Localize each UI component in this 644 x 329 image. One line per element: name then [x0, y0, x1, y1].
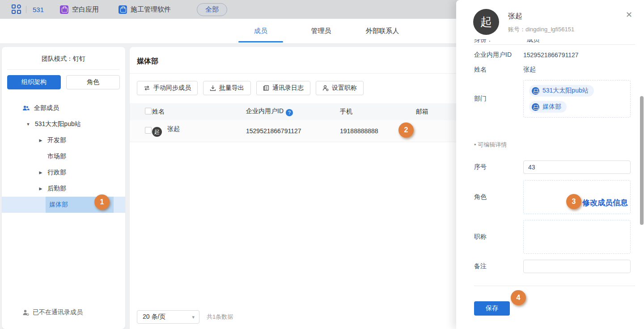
- tab-members[interactable]: 成员: [238, 19, 283, 43]
- step-badge-1: 1: [94, 194, 110, 210]
- tree-item-label: 531大太阳pub站: [35, 120, 81, 128]
- total-count-label: 共1条数据: [207, 313, 233, 321]
- tree-item-org-root[interactable]: ▼ 531大太阳pub站: [2, 116, 125, 132]
- field-value: 1529521866791127: [523, 51, 579, 59]
- save-button[interactable]: 保存: [474, 301, 510, 316]
- remark-input[interactable]: [523, 260, 631, 273]
- detail-header: 起 张起 账号：dingding_lgfi56151 ✕: [456, 0, 644, 39]
- row-checkbox[interactable]: [145, 127, 152, 134]
- blank-app-label: 空白应用: [72, 5, 99, 14]
- caret-down-icon[interactable]: ▼: [25, 122, 31, 127]
- tree-item-label: 全部成员: [34, 104, 59, 112]
- tree-item-label: 媒体部: [49, 201, 68, 209]
- close-icon[interactable]: ✕: [626, 11, 632, 19]
- member-detail-panel: 起 张起 账号：dingding_lgfi56151 ✕ 身份： 成员 企业内用…: [456, 0, 644, 329]
- step-3-annotation-text: 修改成员信息: [582, 198, 628, 208]
- department-box: 531大太阳pub站 媒体部: [523, 80, 631, 118]
- batch-export-button[interactable]: 批量导出: [203, 81, 251, 95]
- tree-item-label: 市场部: [47, 152, 66, 160]
- clipped-value: 成员: [527, 39, 539, 44]
- batch-export-label: 批量导出: [219, 84, 244, 92]
- step-badge-2: 2: [398, 122, 414, 138]
- contact-log-button[interactable]: 通讯录日志: [256, 81, 310, 95]
- person-gear-icon: [322, 85, 329, 91]
- topbar-app-id[interactable]: 531: [33, 6, 44, 13]
- org-icon: [532, 87, 539, 95]
- role-button[interactable]: 角色: [66, 75, 120, 89]
- field-label: 企业内用户ID: [474, 51, 523, 59]
- scroll-clipped-row: 身份： 成员: [474, 39, 631, 44]
- column-name: 姓名: [152, 103, 246, 120]
- panel-scrollbar[interactable]: [640, 96, 644, 225]
- tree-item-label: 后勤部: [47, 185, 66, 193]
- field-serial: 序号: [456, 160, 644, 174]
- caret-right-icon[interactable]: ▶: [38, 186, 44, 191]
- editable-section-title: 可编辑详情: [456, 141, 644, 149]
- document-icon: [263, 85, 269, 91]
- team-mode-label: 团队模式：钉钉: [2, 47, 125, 69]
- manual-sync-label: 手动同步成员: [153, 84, 191, 92]
- detail-avatar: 起: [473, 9, 499, 35]
- topbar-divider: [26, 6, 26, 13]
- member-name: 张起: [167, 125, 180, 132]
- group-icon: [22, 105, 30, 111]
- field-value: 张起: [523, 66, 536, 74]
- field-label: 姓名: [474, 66, 523, 74]
- field-name: 姓名 张起: [456, 66, 644, 74]
- serial-input[interactable]: [523, 160, 631, 174]
- department-tag[interactable]: 531大太阳pub站: [529, 85, 594, 97]
- tree-item-dev[interactable]: ▶ 开发部: [2, 132, 125, 148]
- department-tag-label: 531大太阳pub站: [542, 87, 589, 95]
- page-size-select[interactable]: 20 条/页 ▾: [137, 310, 199, 324]
- topbar-app-construction[interactable]: 施工管理软件: [119, 5, 171, 14]
- step-badge-3: 3: [566, 194, 581, 209]
- tab-admins[interactable]: 管理员: [299, 19, 343, 43]
- caret-right-icon[interactable]: ▶: [38, 138, 44, 143]
- detail-name: 张起: [508, 10, 644, 21]
- set-title-label: 设置职称: [332, 84, 357, 92]
- detail-divider: [474, 44, 635, 45]
- field-department: 部门 531大太阳pub站 媒体部: [456, 80, 644, 118]
- field-title: 职称: [456, 220, 644, 254]
- tree-item-market[interactable]: 市场部: [2, 148, 125, 164]
- field-label: 角色: [474, 193, 523, 201]
- left-org-members-link[interactable]: 已不在通讯录成员: [2, 308, 125, 316]
- field-remark: 备注: [456, 260, 644, 273]
- department-tag[interactable]: 媒体部: [529, 101, 567, 113]
- select-all-checkbox[interactable]: [145, 108, 152, 114]
- set-title-button[interactable]: 设置职称: [316, 81, 364, 95]
- field-label: 备注: [474, 262, 523, 270]
- tree-item-logistics[interactable]: ▶ 后勤部: [2, 181, 125, 197]
- caret-right-icon[interactable]: ▶: [38, 170, 44, 175]
- department-tag-label: 媒体部: [542, 103, 561, 111]
- blank-app-icon: [60, 5, 68, 14]
- tab-external-contacts[interactable]: 外部联系人: [360, 19, 405, 43]
- left-org-members-label: 已不在通讯录成员: [33, 308, 83, 316]
- field-user-id: 企业内用户ID 1529521866791127: [456, 51, 644, 59]
- tree-item-label: 行政部: [47, 169, 66, 177]
- row-avatar: 起: [152, 127, 162, 137]
- field-label: 职称: [474, 233, 523, 241]
- org-icon: [532, 103, 539, 111]
- contact-log-label: 通讯录日志: [272, 84, 304, 92]
- download-icon: [210, 85, 216, 91]
- step-badge-4: 4: [511, 290, 526, 305]
- member-user-id: 1529521866791127: [246, 120, 340, 142]
- field-label: 部门: [474, 95, 523, 103]
- construction-app-icon: [119, 5, 127, 14]
- topbar-app-blank[interactable]: 空白应用: [60, 5, 99, 14]
- manual-sync-button[interactable]: 手动同步成员: [137, 81, 198, 95]
- tree-item-admin-dept[interactable]: ▶ 行政部: [2, 164, 125, 181]
- sync-icon: [144, 85, 150, 91]
- org-structure-button[interactable]: 组织架构: [7, 75, 61, 89]
- tree-item-label: 开发部: [47, 136, 66, 144]
- chevron-down-icon: ▾: [192, 314, 195, 320]
- footer-divider: [474, 286, 635, 286]
- apps-grid-icon[interactable]: [12, 4, 21, 14]
- org-sidebar: 团队模式：钉钉 组织架构 角色 全部成员 ▼ 531大太阳pub站 ▶ 开发部 …: [2, 47, 125, 329]
- job-title-box[interactable]: [523, 220, 631, 254]
- tree-item-all-members[interactable]: 全部成员: [2, 100, 125, 116]
- filter-all-pill[interactable]: 全部: [197, 3, 227, 16]
- help-icon[interactable]: ?: [286, 109, 293, 116]
- pagination: 20 条/页 ▾ 共1条数据: [137, 310, 233, 324]
